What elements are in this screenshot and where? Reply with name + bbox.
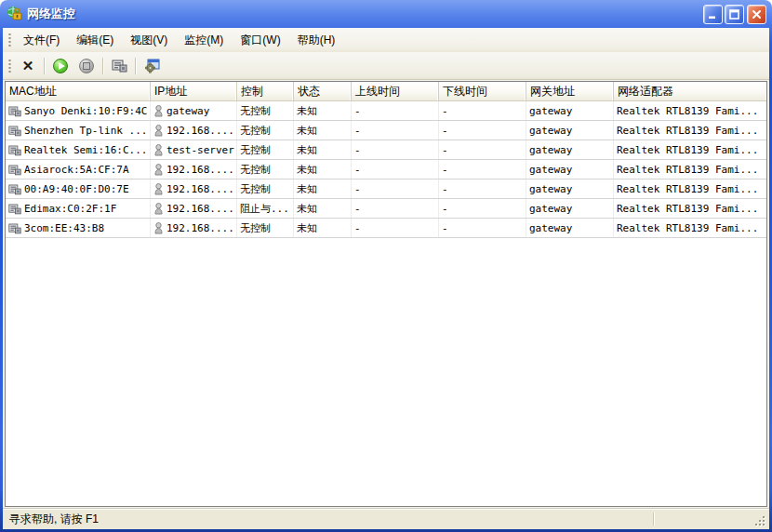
cell-text: gateway — [529, 144, 572, 156]
settings-icon — [144, 59, 160, 73]
stop-button[interactable] — [73, 54, 100, 78]
cell-adapter: Realtek RTL8139 Fami... — [614, 180, 766, 198]
cell-text: gateway — [166, 105, 209, 117]
table-body: Sanyo Denki:10:F9:4Cgateway无控制未知--gatewa… — [6, 101, 766, 506]
start-button[interactable] — [47, 54, 73, 78]
cell-mac: Shenzhen Tp-link ... — [6, 121, 151, 140]
cell-ip: 192.168.... — [151, 160, 237, 179]
table-header: MAC地址 IP地址 控制 状态 上线时间 下线时间 网关地址 网络适配器 — [6, 82, 766, 101]
cell-text: Realtek RTL8139 Fami... — [617, 164, 758, 176]
cell-gateway: gateway — [526, 121, 614, 140]
cell-text: 未知 — [297, 182, 317, 196]
network-adapter-icon — [8, 164, 21, 176]
cell-text: - — [354, 125, 361, 137]
cell-text: - — [442, 105, 448, 117]
status-text: 寻求帮助, 请按 F1 — [9, 512, 653, 527]
menu-item-monitor[interactable]: 监控(M) — [176, 30, 232, 51]
cell-text: 未知 — [297, 202, 317, 216]
cell-text: 192.168.... — [166, 164, 234, 176]
settings-button[interactable] — [139, 54, 165, 78]
cell-text: Asiarock:5A:CF:7A — [24, 164, 129, 176]
cell-control: 无控制 — [237, 180, 294, 198]
cell-offline_time: - — [439, 140, 526, 159]
delete-icon: ✕ — [22, 59, 34, 73]
cell-text: - — [354, 164, 361, 176]
menu-item-edit[interactable]: 编辑(E) — [68, 30, 122, 51]
cell-text: Realtek RTL8139 Fami... — [617, 144, 758, 156]
cell-adapter: Realtek RTL8139 Fami... — [614, 219, 766, 237]
cell-text: - — [354, 105, 361, 117]
host-icon — [153, 164, 164, 176]
cell-online_time: - — [352, 121, 439, 140]
cell-mac: Edimax:C0:2F:1F — [6, 199, 151, 218]
column-header-ip[interactable]: IP地址 — [151, 82, 237, 100]
cell-text: 192.168.... — [166, 203, 234, 215]
menu-item-view[interactable]: 视图(V) — [122, 30, 176, 51]
resize-grip-icon[interactable] — [754, 515, 767, 528]
column-header-offline[interactable]: 下线时间 — [439, 82, 526, 100]
table-row[interactable]: 00:A9:40:0F:D0:7E192.168....无控制未知--gatew… — [6, 180, 766, 199]
minimize-button[interactable] — [703, 5, 723, 24]
adapter-button[interactable] — [106, 54, 132, 78]
host-icon — [153, 125, 164, 137]
cell-text: 未知 — [297, 221, 317, 235]
table-row[interactable]: Realtek Semi:16:C...test-server无控制未知--ga… — [6, 140, 766, 160]
menubar-gripper[interactable] — [7, 32, 11, 48]
window-title: 网络监控 — [27, 6, 701, 22]
column-header-mac[interactable]: MAC地址 — [6, 82, 151, 100]
cell-gateway: gateway — [526, 199, 614, 218]
table-row[interactable]: Asiarock:5A:CF:7A192.168....无控制未知--gatew… — [6, 160, 766, 180]
cell-gateway: gateway — [526, 180, 614, 198]
cell-gateway: gateway — [526, 219, 614, 237]
cell-mac: Asiarock:5A:CF:7A — [6, 160, 151, 179]
cell-offline_time: - — [439, 121, 526, 140]
network-adapter-icon — [8, 203, 21, 215]
table-row[interactable]: Sanyo Denki:10:F9:4Cgateway无控制未知--gatewa… — [6, 101, 766, 121]
cell-text: - — [442, 144, 448, 156]
cell-offline_time: - — [439, 101, 526, 120]
toolbar-gripper[interactable] — [7, 58, 11, 74]
column-header-online[interactable]: 上线时间 — [352, 82, 439, 100]
cell-control: 无控制 — [237, 121, 294, 140]
close-button[interactable] — [747, 5, 766, 24]
column-header-adapter[interactable]: 网络适配器 — [614, 82, 766, 100]
menu-item-help[interactable]: 帮助(H) — [289, 30, 344, 51]
cell-ip: gateway — [151, 101, 237, 120]
cell-gateway: gateway — [526, 140, 614, 159]
cell-online_time: - — [352, 180, 439, 198]
cell-online_time: - — [352, 101, 439, 120]
delete-button[interactable]: ✕ — [15, 54, 41, 78]
cell-text: gateway — [529, 183, 572, 195]
title-bar[interactable]: 网络监控 — [0, 0, 772, 28]
cell-online_time: - — [352, 140, 439, 159]
cell-text: - — [442, 222, 448, 234]
column-header-gateway[interactable]: 网关地址 — [526, 82, 614, 100]
maximize-button[interactable] — [725, 5, 744, 24]
cell-text: Realtek RTL8139 Fami... — [617, 203, 758, 215]
table-row[interactable]: Edimax:C0:2F:1F192.168....阻止与...未知--gate… — [6, 199, 766, 219]
toolbar-separator — [135, 58, 136, 74]
cell-offline_time: - — [439, 219, 526, 237]
cell-status: 未知 — [294, 140, 352, 159]
cell-text: Realtek Semi:16:C... — [24, 144, 147, 156]
cell-ip: 192.168.... — [151, 180, 237, 198]
cell-control: 无控制 — [237, 219, 294, 237]
cell-online_time: - — [352, 199, 439, 218]
column-header-control[interactable]: 控制 — [237, 82, 294, 100]
cell-ip: 192.168.... — [151, 199, 237, 218]
cell-ip: test-server — [151, 140, 237, 159]
menu-item-window[interactable]: 窗口(W) — [232, 30, 288, 51]
start-icon — [53, 59, 68, 73]
cell-control: 无控制 — [237, 140, 294, 159]
cell-text: Sanyo Denki:10:F9:4C — [24, 105, 147, 117]
network-adapter-icon — [8, 105, 21, 117]
column-header-status[interactable]: 状态 — [294, 82, 352, 100]
toolbar-separator — [44, 58, 45, 74]
cell-control: 无控制 — [237, 160, 294, 179]
app-window: 网络监控 文件(F) 编辑(E) 视图(V) 监控(M) 窗口(W) 帮助(H)… — [0, 0, 772, 532]
close-icon — [752, 9, 762, 20]
table-row[interactable]: 3com:EE:43:B8192.168....无控制未知--gatewayRe… — [6, 219, 766, 238]
table-row[interactable]: Shenzhen Tp-link ...192.168....无控制未知--ga… — [6, 121, 766, 140]
cell-text: 未知 — [297, 143, 317, 157]
menu-item-file[interactable]: 文件(F) — [15, 30, 68, 51]
